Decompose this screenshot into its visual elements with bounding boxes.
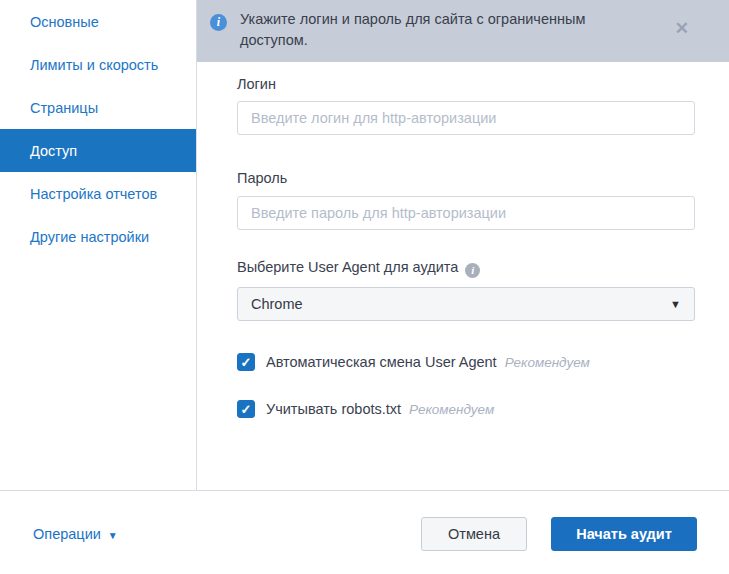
- sidebar-item-label: Страницы: [30, 100, 98, 116]
- login-label: Логин: [237, 76, 276, 92]
- password-input[interactable]: [237, 196, 695, 230]
- user-agent-selected-value: Chrome: [251, 296, 303, 312]
- user-agent-info-icon[interactable]: i: [465, 263, 480, 278]
- sidebar-item-other-settings[interactable]: Другие настройки: [0, 215, 196, 258]
- robots-txt-option: Учитывать robots.txt Рекомендуем: [237, 400, 494, 418]
- sidebar-item-label: Лимиты и скорость: [30, 57, 158, 73]
- recommended-badge: Рекомендуем: [505, 355, 590, 370]
- sidebar-item-label: Другие настройки: [30, 229, 149, 245]
- sidebar-item-label: Основные: [30, 14, 99, 30]
- sidebar-item-pages[interactable]: Страницы: [0, 86, 196, 129]
- sidebar-item-label: Настройка отчетов: [30, 186, 157, 202]
- start-audit-button[interactable]: Начать аудит: [551, 517, 697, 551]
- auto-user-agent-option: Автоматическая смена User Agent Рекоменд…: [237, 353, 590, 371]
- chevron-down-icon: ▼: [670, 298, 681, 310]
- sidebar-item-main[interactable]: Основные: [0, 0, 196, 43]
- close-icon[interactable]: ✕: [675, 20, 689, 37]
- sidebar-item-label: Доступ: [30, 143, 77, 159]
- operations-label: Операции: [33, 526, 101, 542]
- auto-user-agent-checkbox[interactable]: [237, 353, 255, 371]
- settings-sidebar: Основные Лимиты и скорость Страницы Дост…: [0, 0, 197, 491]
- dialog-footer: Операции ▼ Отмена Начать аудит: [0, 491, 729, 574]
- sidebar-item-access[interactable]: Доступ: [0, 129, 196, 172]
- chevron-down-icon: ▼: [108, 528, 118, 541]
- sidebar-item-limits-speed[interactable]: Лимиты и скорость: [0, 43, 196, 86]
- info-icon: i: [210, 14, 227, 31]
- cancel-button[interactable]: Отмена: [421, 517, 527, 551]
- user-agent-label: Выберите User Agent для аудитаi: [237, 259, 480, 278]
- info-banner: i Укажите логин и пароль для сайта с огр…: [197, 0, 729, 62]
- sidebar-item-report-settings[interactable]: Настройка отчетов: [0, 172, 196, 215]
- operations-dropdown[interactable]: Операции ▼: [33, 526, 118, 542]
- password-label: Пароль: [237, 170, 287, 186]
- banner-message: Укажите логин и пароль для сайта с огран…: [240, 9, 640, 51]
- checkbox-label: Учитывать robots.txt: [266, 401, 401, 417]
- recommended-badge: Рекомендуем: [409, 402, 494, 417]
- checkbox-label: Автоматическая смена User Agent: [266, 354, 497, 370]
- user-agent-select[interactable]: Chrome ▼: [237, 287, 695, 321]
- robots-txt-checkbox[interactable]: [237, 400, 255, 418]
- login-input[interactable]: [237, 101, 695, 135]
